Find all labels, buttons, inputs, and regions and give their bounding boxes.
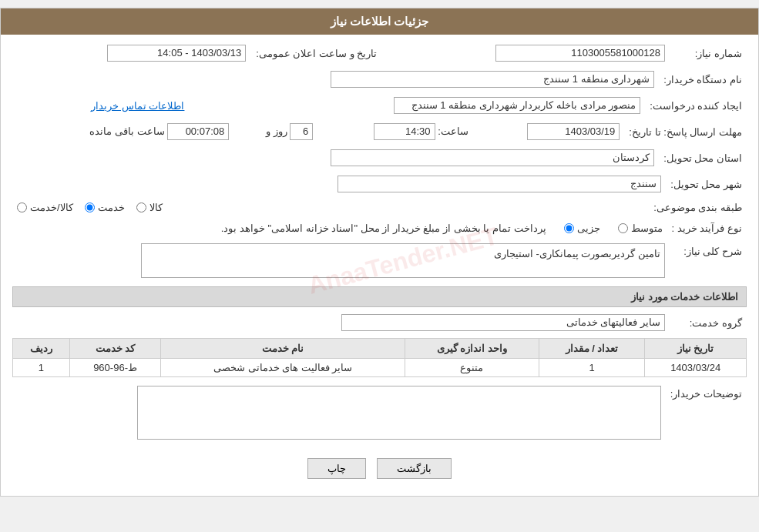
mohlat-rooz-label: روز و	[266, 125, 287, 137]
radio-kala[interactable]: کالا	[136, 202, 163, 213]
novferayand-label: نوع فرآیند خرید :	[667, 220, 747, 236]
ijad-konande-value: منصور مرادی باخله کاربردار شهرداری منطقه…	[204, 95, 645, 116]
novferayand-value: متوسط جزیی پرداخت تمام یا بخشی از مبلغ خ…	[12, 220, 667, 236]
cell-tedad: 1	[539, 359, 645, 377]
ostan-value: کردستان	[12, 147, 659, 169]
mohlat-rooz-cell: 6 روز و	[233, 121, 317, 142]
tarikh-saat-input: 1403/03/13 - 14:05	[107, 45, 246, 62]
info-section-6: شهر محل تحویل: سنندج	[12, 173, 747, 195]
info-section-3: ایجاد کننده درخواست: منصور مرادی باخله ک…	[12, 95, 747, 116]
radio-khadamat-input[interactable]	[85, 202, 95, 212]
radio-jozvi[interactable]: جزیی	[564, 223, 600, 234]
shomare-niaz-input: 1103005581000128	[495, 45, 665, 62]
mohlat-saat-mande-input: 00:07:08	[167, 123, 229, 140]
naam-dastgah-value: شهرداری منطقه 1 سنندج	[46, 69, 659, 90]
cell-vahed: متنوع	[405, 359, 539, 377]
radio-motavaset-label: متوسط	[631, 223, 663, 234]
tabaqe-radio-group: کالا/خدمت خدمت کالا	[17, 202, 644, 213]
radio-khadamat[interactable]: خدمت	[85, 202, 125, 213]
col-vahed: واحد اندازه گیری	[405, 339, 539, 359]
button-row: بازگشت چاپ	[12, 449, 747, 488]
shomare-niaz-value: 1103005581000128	[381, 42, 670, 64]
radio-kala-khadamat-input[interactable]	[17, 202, 27, 212]
info-section-4: مهلت ارسال پاسخ: تا تاریخ: 1403/03/19 سا…	[12, 121, 747, 142]
ettela-tamas-cell: اطلاعات تماس خریدار	[12, 95, 189, 116]
novferayand-text: پرداخت تمام یا بخشی از مبلغ خریدار از مح…	[221, 223, 546, 234]
shahr-label: شهر محل تحویل:	[666, 173, 747, 195]
info-section-8: نوع فرآیند خرید : متوسط جزیی پرداخت تمام…	[12, 220, 747, 236]
naam-dastgah-label: نام دستگاه خریدار:	[659, 69, 747, 90]
mohlat-saat-mande-label: ساعت باقی مانده	[89, 125, 164, 137]
tawsif-textarea[interactable]	[137, 386, 661, 440]
shahr-input: سنندج	[338, 176, 661, 192]
table-row: 1403/03/24 1 متنوع سایر فعالیت های خدمات…	[13, 359, 747, 377]
sharh-koli-value: تامین گردیربصورت پیمانکاری- استیجاری Ana…	[12, 241, 670, 280]
sharh-koli-text: تامین گردیربصورت پیمانکاری- استیجاری	[494, 248, 660, 259]
tarikh-saat-value: 1403/03/13 - 14:05	[12, 42, 250, 64]
mohlat-date-input: 1403/03/19	[527, 123, 620, 140]
mohlat-mande-cell: 00:07:08 ساعت باقی مانده	[12, 121, 233, 142]
ostan-label: استان محل تحویل:	[659, 147, 747, 169]
radio-khadamat-label: خدمت	[98, 202, 125, 213]
col-naam: نام خدمت	[161, 339, 405, 359]
ettela-khadamat-section-title: اطلاعات خدمات مورد نیاز	[12, 286, 747, 307]
gorohe-khadamat-input: سایر فعالیتهای خدماتی	[341, 314, 665, 331]
services-table: تاریخ نیاز تعداد / مقدار واحد اندازه گیر…	[12, 338, 747, 377]
mohlat-saat-label: ساعت:	[438, 125, 468, 137]
radio-motavaset[interactable]: متوسط	[618, 223, 663, 234]
info-section-5: استان محل تحویل: کردستان	[12, 147, 747, 169]
mohlat-rooz-input: 6	[290, 123, 313, 140]
cell-naam: سایر فعالیت های خدماتی شخصی	[161, 359, 405, 377]
tabaqe-radios: کالا/خدمت خدمت کالا	[12, 199, 649, 216]
radio-kala-label: کالا	[149, 202, 163, 213]
radio-kala-input[interactable]	[136, 202, 146, 212]
radio-motavaset-input[interactable]	[618, 223, 628, 233]
info-section-1: شماره نیاز: 1103005581000128 تاریخ و ساع…	[12, 42, 747, 64]
page-container: جزئیات اطلاعات نیاز شماره نیاز: 11030055…	[0, 8, 759, 497]
info-section-2: نام دستگاه خریدار: شهرداری منطقه 1 سنندج	[12, 69, 747, 90]
ijad-konande-input: منصور مرادی باخله کاربردار شهرداری منطقه…	[394, 97, 640, 114]
col-tedad: تعداد / مقدار	[539, 339, 645, 359]
mohlat-date-cell: 1403/03/19	[473, 121, 625, 142]
cell-kod: ط-96-960	[69, 359, 160, 377]
radio-kala-khadamat-label: کالا/خدمت	[30, 202, 73, 213]
cell-radif: 1	[13, 359, 70, 377]
main-content: شماره نیاز: 1103005581000128 تاریخ و ساع…	[1, 35, 758, 496]
ostan-input: کردستان	[331, 149, 654, 166]
ijad-konande-label: ایجاد کننده درخواست:	[645, 95, 747, 116]
col-radif: ردیف	[13, 339, 70, 359]
info-section-11: توضیحات خریدار:	[12, 383, 747, 444]
sharh-koli-box: تامین گردیربصورت پیمانکاری- استیجاری Ana…	[141, 243, 665, 278]
tabaqe-label: طبقه بندی موضوعی:	[649, 199, 747, 216]
tawsif-label: توضیحات خریدار:	[666, 383, 747, 444]
gorohe-khadamat-value: سایر فعالیتهای خدماتی	[12, 312, 670, 333]
novferayand-row: متوسط جزیی پرداخت تمام یا بخشی از مبلغ خ…	[17, 223, 663, 234]
info-section-9: شرح کلی نیاز: تامین گردیربصورت پیمانکاری…	[12, 241, 747, 280]
mohlat-saat-cell: ساعت: 14:30	[317, 121, 472, 142]
shomare-niaz-label: شماره نیاز:	[670, 42, 747, 64]
sharh-koli-label: شرح کلی نیاز:	[670, 241, 747, 280]
mohlat-saat-input: 14:30	[374, 123, 435, 140]
shahr-value: سنندج	[12, 173, 666, 195]
cell-tarikh: 1403/03/24	[645, 359, 747, 377]
radio-kala-khadamat[interactable]: کالا/خدمت	[17, 202, 73, 213]
gorohe-khadamat-label: گروه خدمت:	[670, 312, 747, 333]
page-header: جزئیات اطلاعات نیاز	[1, 8, 758, 35]
ettela-tamas-link[interactable]: اطلاعات تماس خریدار	[91, 100, 184, 112]
mohlat-label: مهلت ارسال پاسخ: تا تاریخ:	[624, 121, 747, 142]
col-tarikh: تاریخ نیاز	[645, 339, 747, 359]
tawsif-value	[12, 383, 666, 444]
bazgasht-button[interactable]: بازگشت	[377, 458, 452, 479]
naam-dastgah-input: شهرداری منطقه 1 سنندج	[331, 71, 654, 88]
radio-jozvi-input[interactable]	[564, 223, 574, 233]
chap-button[interactable]: چاپ	[307, 458, 366, 479]
page-title: جزئیات اطلاعات نیاز	[331, 15, 428, 28]
tarikh-saat-label: تاریخ و ساعت اعلان عمومی:	[250, 42, 381, 64]
col-kod: کد خدمت	[69, 339, 160, 359]
radio-jozvi-label: جزیی	[577, 223, 600, 234]
info-section-10: گروه خدمت: سایر فعالیتهای خدماتی	[12, 312, 747, 333]
info-section-7: طبقه بندی موضوعی: کالا/خدمت خدمت	[12, 199, 747, 216]
